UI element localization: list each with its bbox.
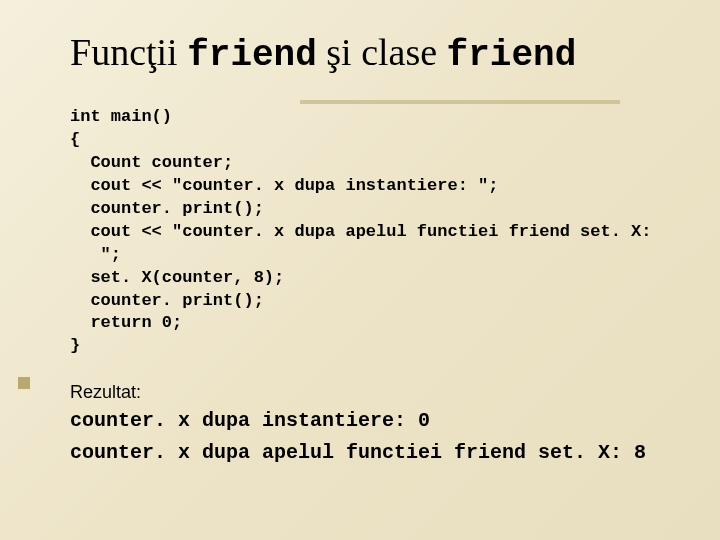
slide-content: Funcţii friend şi clase friend int main(…	[0, 0, 720, 489]
slide-title: Funcţii friend şi clase friend	[70, 30, 660, 76]
result-line-1: counter. x dupa instantiere: 0	[70, 405, 660, 437]
bullet-square	[18, 377, 30, 389]
title-text-1: Funcţii	[70, 31, 187, 73]
result-line-2: counter. x dupa apelul functiei friend s…	[70, 437, 660, 469]
title-mono-1: friend	[187, 35, 317, 76]
title-mono-2: friend	[447, 35, 577, 76]
result-label: Rezultat:	[70, 382, 660, 403]
title-underline-accent	[300, 100, 620, 104]
code-block: int main() { Count counter; cout << "cou…	[70, 106, 660, 358]
title-text-2: şi clase	[317, 31, 447, 73]
